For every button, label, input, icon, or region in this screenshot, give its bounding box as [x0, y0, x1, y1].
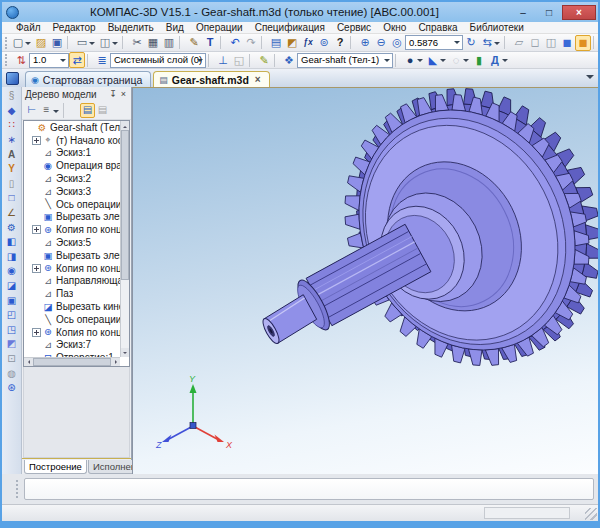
tree-item-cut-extrude-2[interactable]: ▣ Вырезать элемент вы — [24, 249, 120, 262]
detailing-mode-button[interactable]: ▤ — [80, 103, 95, 118]
tree-item-sketch-7[interactable]: ⊿ Эскиз:7 — [24, 339, 120, 352]
text-tool-icon[interactable]: A — [4, 147, 20, 162]
layers-button[interactable]: ≣ — [94, 52, 110, 68]
paste-button[interactable]: ▥ — [161, 35, 177, 51]
menu-item[interactable]: Операции — [190, 22, 249, 33]
menu-item[interactable]: Справка — [412, 22, 463, 33]
points-array-icon[interactable]: ∷ — [4, 118, 20, 133]
tree-vertical-scrollbar[interactable] — [120, 121, 129, 357]
menu-item[interactable]: Сервис — [331, 22, 377, 33]
tree-item-axis-1[interactable]: ╲ Ось операции:1 — [24, 198, 120, 211]
tree-item-guide[interactable]: ⊿ Направляющая — [24, 275, 120, 288]
macro-button[interactable]: ▮ — [471, 52, 487, 68]
close-button[interactable]: × — [562, 5, 596, 20]
measure-icon[interactable]: ∠ — [4, 206, 20, 221]
toolbar-grip[interactable] — [5, 37, 7, 49]
current-part-icon[interactable]: ❖ — [281, 52, 297, 68]
open-button[interactable]: ▨ — [33, 35, 49, 51]
document-check-button[interactable]: ✎ — [256, 52, 272, 68]
scroll-right-icon[interactable] — [111, 358, 120, 367]
sweep-operation-icon[interactable]: ◪ — [4, 279, 20, 294]
menu-item[interactable]: Вид — [160, 22, 190, 33]
copy-properties-button[interactable]: ✎ — [186, 35, 202, 51]
tree-composition-button[interactable]: ≡ — [39, 103, 54, 118]
rib-operation-icon[interactable]: ◳ — [4, 323, 20, 338]
menu-item[interactable]: Выделить — [102, 22, 160, 33]
print-preview-button[interactable]: ◫ — [97, 35, 113, 51]
expand-icon[interactable] — [32, 328, 41, 337]
refresh-view-button[interactable]: ↻ — [463, 35, 479, 51]
menu-item[interactable]: Файл — [10, 22, 47, 33]
current-part-combo[interactable]: Gear-shaft (Тел-1) — [297, 53, 393, 68]
tree-item-origin[interactable]: ⌖ (т) Начало координат — [24, 134, 120, 147]
expand-icon[interactable] — [32, 264, 41, 273]
tree-item-cut-sweep[interactable]: ◪ Вырезать кинематич — [24, 300, 120, 313]
tab-start-page[interactable]: ◉ Стартовая страница — [25, 71, 151, 87]
current-layer-combo[interactable]: Системный слой (0) — [110, 53, 206, 68]
rectangle-tool-icon[interactable]: □ — [4, 191, 20, 206]
zoom-scale-combo[interactable]: 0.5876 — [405, 35, 463, 50]
tree-item-pattern-2[interactable]: ⊛ Копия по концентрич — [24, 262, 120, 275]
tab-list-dropdown[interactable] — [586, 75, 594, 83]
fx-button[interactable]: ƒx — [300, 35, 316, 51]
redo-button[interactable]: ↷ — [243, 35, 259, 51]
current-step-combo[interactable]: 1.0 — [29, 53, 69, 68]
fillet-operation-icon[interactable]: ▣ — [4, 293, 20, 308]
maximize-button[interactable]: □ — [536, 5, 562, 20]
tree-item-cut-extrude-1[interactable]: ▣ Вырезать элемент вы — [24, 211, 120, 224]
scrollbar-thumb[interactable] — [121, 130, 129, 280]
zoom-out-button[interactable]: ⊖ — [373, 35, 389, 51]
tree-item-revolve-1[interactable]: ◉ Операция вращения: — [24, 159, 120, 172]
hidden-thin-button[interactable]: ◫ — [543, 35, 559, 51]
revolve-operation-icon[interactable]: ◉ — [4, 264, 20, 279]
model-canvas[interactable]: YXZ — [133, 88, 599, 475]
shaded-edges-button[interactable]: ◼ — [575, 35, 591, 51]
tree-item-sketch-2[interactable]: ⊿ Эскиз:2 — [24, 172, 120, 185]
panel-tab[interactable]: Построение — [24, 460, 87, 474]
orientation-button[interactable]: ⇆ — [479, 35, 495, 51]
hole-operation-icon[interactable]: ⊡ — [4, 352, 20, 367]
print-button[interactable]: ▭ — [74, 35, 90, 51]
point-tool-icon[interactable]: ◆ — [4, 104, 20, 119]
hidden-lines-button[interactable]: ◻ — [527, 35, 543, 51]
ortho-mode-button[interactable]: ⇄ — [69, 52, 85, 68]
cut-button[interactable]: ✂ — [129, 35, 145, 51]
wireframe-button[interactable]: ▱ — [511, 35, 527, 51]
stamp-tool-button[interactable]: ◌ — [448, 52, 464, 68]
tree-structure-button[interactable]: ⊢ — [24, 103, 39, 118]
undo-button[interactable]: ↶ — [227, 35, 243, 51]
expand-icon[interactable] — [32, 225, 41, 234]
resize-grip[interactable] — [585, 508, 597, 520]
dimensions-tool-button[interactable]: Д — [487, 52, 503, 68]
menu-item[interactable]: Редактор — [47, 22, 102, 33]
tab-gear-shaft-document[interactable]: ▤ Gear-shaft.m3d × — [153, 71, 269, 87]
panel-close-icon[interactable]: × — [119, 89, 128, 99]
tree-item-pattern-3[interactable]: ⊛ Копия по концентрич — [24, 326, 120, 339]
relations-button[interactable]: ⊚ — [316, 35, 332, 51]
tree-item-root[interactable]: ⚙ Gear-shaft (Тел-1) — [24, 121, 120, 134]
array-operation-icon[interactable]: ⊛ — [4, 381, 20, 396]
tree-item-pattern-1[interactable]: ⊛ Копия по концентрич — [24, 223, 120, 236]
toolbar-grip[interactable] — [5, 54, 10, 66]
zoom-in-button[interactable]: ⊕ — [357, 35, 373, 51]
new-document-button[interactable]: ▢ — [10, 35, 26, 51]
save-button[interactable]: ▣ — [49, 35, 65, 51]
menu-item[interactable]: Спецификация — [249, 22, 331, 33]
additional-window-button[interactable]: ▤ — [95, 103, 110, 118]
tree-item-sketch-3[interactable]: ⊿ Эскиз:3 — [24, 185, 120, 198]
variables-button[interactable]: ▤ — [268, 35, 284, 51]
tree-item-slot[interactable]: ⊿ Паз — [24, 287, 120, 300]
tree-item-sketch-5[interactable]: ⊿ Эскиз:5 — [24, 236, 120, 249]
pin-icon[interactable]: ↧ — [107, 89, 119, 99]
library-button[interactable]: ◩ — [284, 35, 300, 51]
minimize-button[interactable]: – — [510, 5, 536, 20]
local-cs-button[interactable]: ⊥ — [215, 52, 231, 68]
scroll-left-icon[interactable] — [24, 358, 33, 367]
context-help-button[interactable]: ? — [332, 35, 348, 51]
extrude-operation-icon[interactable]: ◧ — [4, 235, 20, 250]
draft-operation-icon[interactable]: ◩ — [4, 337, 20, 352]
viewport[interactable]: YXZ — [132, 87, 598, 474]
tree-horizontal-scrollbar[interactable] — [24, 357, 120, 366]
menu-item[interactable]: Библиотеки — [464, 22, 530, 33]
text-format-button[interactable]: T — [202, 35, 218, 51]
